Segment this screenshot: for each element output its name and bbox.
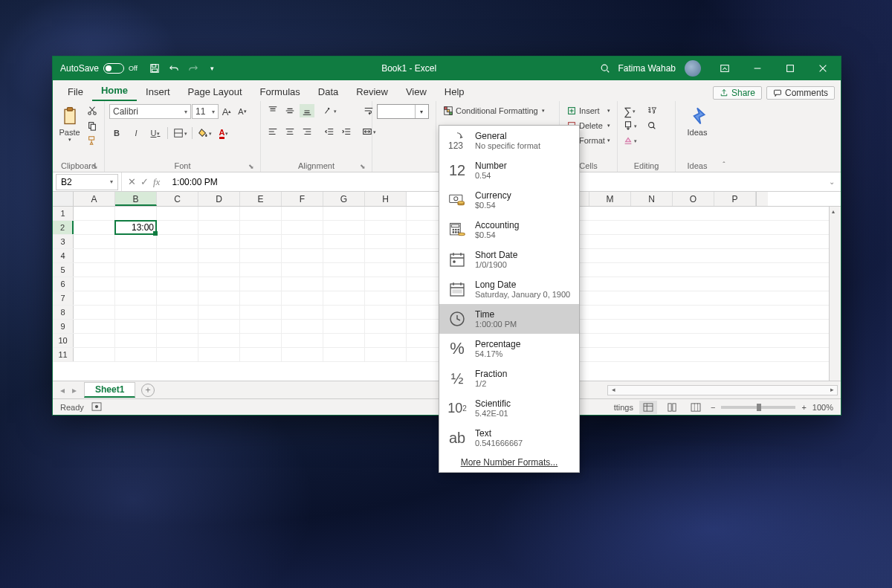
dialog-launcher-icon[interactable]: ⬊ (360, 163, 366, 170)
sort-filter-icon[interactable] (644, 104, 659, 117)
border-icon[interactable] (172, 126, 187, 140)
underline-icon[interactable]: U (148, 126, 163, 140)
decrease-indent-icon[interactable] (322, 125, 337, 138)
sheet-nav-prev-icon[interactable]: ◂ (60, 385, 65, 395)
col-header[interactable]: H (365, 192, 407, 206)
fill-icon[interactable] (622, 119, 637, 132)
comments-button[interactable]: Comments (766, 86, 835, 100)
tab-data[interactable]: Data (309, 83, 347, 101)
sheet-tab[interactable]: Sheet1 (84, 382, 135, 398)
decrease-font-icon[interactable]: A▾ (235, 105, 250, 118)
font-size-combo[interactable]: 11▾ (192, 104, 219, 119)
col-header[interactable]: G (323, 192, 365, 206)
clear-icon[interactable] (622, 134, 637, 147)
autosum-icon[interactable]: ∑ (622, 104, 637, 117)
increase-indent-icon[interactable] (339, 125, 354, 138)
col-header[interactable]: O (673, 192, 714, 206)
col-header[interactable]: F (282, 192, 323, 206)
cut-icon[interactable] (85, 104, 100, 117)
col-header[interactable]: E (240, 192, 282, 206)
row-header[interactable]: 8 (53, 306, 74, 319)
number-format-combo[interactable]: ▾ (377, 104, 429, 119)
name-box[interactable]: B2▾ (56, 174, 118, 190)
format-painter-icon[interactable] (85, 134, 100, 147)
undo-icon[interactable] (164, 59, 184, 78)
redo-icon[interactable] (184, 59, 203, 78)
orientation-icon[interactable] (322, 104, 337, 117)
dialog-launcher-icon[interactable]: ⬊ (92, 163, 98, 170)
row-header[interactable]: 2 (53, 221, 74, 234)
zoom-in-button[interactable]: + (801, 403, 806, 412)
zoom-out-button[interactable]: − (711, 403, 715, 412)
enter-formula-icon[interactable]: ✓ (140, 176, 149, 187)
row-header[interactable]: 7 (53, 291, 74, 305)
close-button[interactable] (808, 56, 838, 80)
save-icon[interactable] (145, 59, 164, 78)
row-header[interactable]: 11 (53, 348, 74, 361)
format-option-percentage[interactable]: % Percentage54.17% (439, 334, 579, 364)
select-all-triangle[interactable] (53, 192, 74, 206)
paste-button[interactable]: Paste ▾ (57, 104, 82, 143)
active-cell[interactable]: 13:00 (115, 221, 157, 234)
page-break-view-icon[interactable] (687, 401, 705, 414)
align-center-icon[interactable] (282, 125, 297, 138)
ribbon-display-icon[interactable] (710, 56, 740, 80)
row-header[interactable]: 1 (53, 207, 74, 220)
format-option-general[interactable]: 123 GeneralNo specific format (439, 126, 579, 155)
page-layout-view-icon[interactable] (663, 401, 681, 414)
format-option-time[interactable]: Time1:00:00 PM (439, 304, 579, 334)
find-select-icon[interactable] (644, 119, 659, 132)
maximize-button[interactable] (775, 56, 805, 80)
format-option-fraction[interactable]: ½ Fraction 1/2 (439, 364, 579, 393)
conditional-formatting-button[interactable]: Conditional Formatting▾ (441, 104, 547, 117)
format-option-text[interactable]: ab Text0.541666667 (439, 423, 579, 453)
tab-home[interactable]: Home (92, 82, 137, 101)
number-format-input[interactable] (379, 106, 415, 117)
share-button[interactable]: Share (713, 86, 762, 100)
cancel-formula-icon[interactable]: ✕ (128, 176, 136, 187)
align-left-icon[interactable] (265, 125, 280, 138)
bold-icon[interactable]: B (109, 126, 124, 140)
tab-review[interactable]: Review (347, 83, 397, 101)
col-header[interactable]: C (157, 192, 198, 206)
autosave-toggle[interactable]: AutoSave Off (53, 63, 145, 74)
row-header[interactable]: 10 (53, 334, 74, 347)
zoom-slider[interactable] (721, 406, 795, 409)
format-option-short-date[interactable]: Short Date1/0/1900 (439, 245, 579, 274)
col-header[interactable]: P (714, 192, 756, 206)
format-option-number[interactable]: 12 Number0.54 (439, 155, 579, 185)
tab-insert[interactable]: Insert (137, 83, 179, 101)
minimize-button[interactable] (743, 56, 772, 80)
col-header[interactable]: A (74, 192, 115, 206)
tab-page-layout[interactable]: Page Layout (179, 83, 251, 101)
col-header[interactable]: B (115, 192, 157, 206)
format-option-scientific[interactable]: 102 Scientific5.42E-01 (439, 393, 579, 423)
chevron-down-icon[interactable]: ▾ (415, 105, 427, 118)
sheet-nav-next-icon[interactable]: ▸ (72, 385, 77, 395)
align-right-icon[interactable] (300, 125, 314, 138)
font-name-combo[interactable]: Calibri▾ (109, 104, 191, 119)
align-middle-icon[interactable] (282, 104, 297, 117)
format-option-long-date[interactable]: Long DateSaturday, January 0, 1900 (439, 274, 579, 304)
tab-help[interactable]: Help (436, 83, 474, 101)
more-number-formats[interactable]: More Number Formats... (439, 453, 579, 472)
collapse-ribbon-icon[interactable]: ˆ (723, 161, 725, 169)
row-header[interactable]: 4 (53, 249, 74, 262)
tab-view[interactable]: View (397, 83, 436, 101)
ideas-button[interactable]: Ideas (682, 104, 713, 137)
row-header[interactable]: 9 (53, 320, 74, 333)
avatar[interactable] (685, 60, 701, 77)
dialog-launcher-icon[interactable]: ⬊ (248, 163, 254, 170)
insert-cells-button[interactable]: Insert▾ (564, 104, 613, 117)
row-header[interactable]: 5 (53, 263, 74, 277)
new-sheet-button[interactable]: ＋ (141, 384, 155, 397)
col-header[interactable]: D (198, 192, 240, 206)
zoom-level[interactable]: 100% (812, 403, 833, 412)
align-top-icon[interactable] (265, 104, 280, 117)
tab-file[interactable]: File (59, 83, 92, 101)
tab-formulas[interactable]: Formulas (251, 83, 309, 101)
increase-font-icon[interactable]: A▴ (219, 105, 234, 118)
customize-qat-icon[interactable]: ▾ (203, 59, 222, 78)
col-header[interactable]: M (589, 192, 631, 206)
row-header[interactable]: 6 (53, 277, 74, 291)
